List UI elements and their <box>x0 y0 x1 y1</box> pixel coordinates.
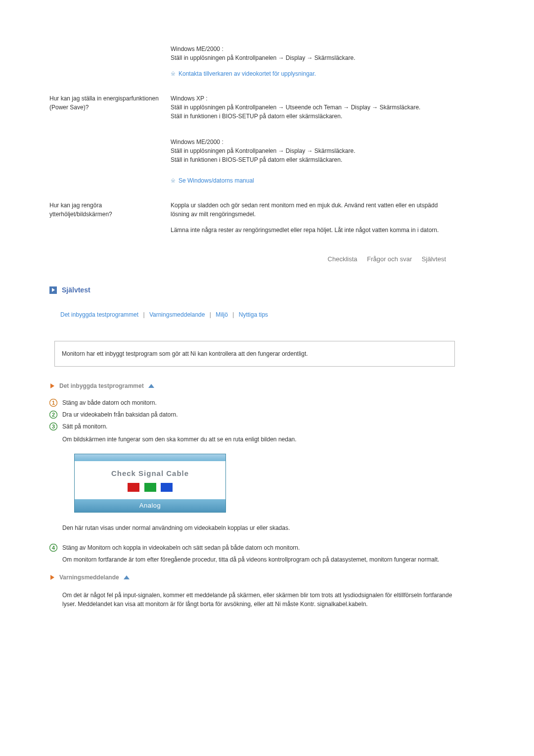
answer-line: Ställ in funktionen i BIOS-SETUP på dato… <box>171 155 455 164</box>
step-number-2-icon: 2 <box>49 411 57 419</box>
link-tips[interactable]: Nyttiga tips <box>239 311 268 318</box>
section-title: Självtest <box>62 285 90 295</box>
blue-swatch <box>161 483 173 492</box>
faq-question-power-save: Hur kan jag ställa in energisparfunktion… <box>49 94 171 185</box>
svg-text:4: 4 <box>52 545 55 551</box>
sub-heading-warning: Varningsmeddelande <box>49 573 455 582</box>
signal-title: Check Signal Cable <box>75 468 225 479</box>
sub-heading-text: Varningsmeddelande <box>59 573 119 582</box>
signal-box-body: Check Signal Cable <box>75 461 225 500</box>
up-triangle-icon[interactable] <box>148 383 155 388</box>
nav-checklist[interactable]: Checklista <box>328 255 357 263</box>
divider: | <box>143 311 144 318</box>
divider: | <box>210 311 211 318</box>
note-video-card: ※Kontakta tillverkaren av videokortet fö… <box>171 69 455 78</box>
info-box: Monitorn har ett inbyggt testprogram som… <box>54 341 455 367</box>
step-text: Stäng av Monitorn och koppla in videokab… <box>62 543 455 552</box>
step-number-4-icon: 4 <box>49 544 57 552</box>
link-builtin-test[interactable]: Det inbyggda testprogrammet <box>60 311 138 318</box>
answer-line: Ställ in upplösningen på Kontrollpanelen… <box>171 103 455 112</box>
answer-line: Ställ in funktionen i BIOS-SETUP på dato… <box>171 112 455 121</box>
orange-arrow-icon <box>49 574 55 580</box>
answer-line: Ställ in upplösningen på Kontrollpanelen… <box>171 53 455 62</box>
up-triangle-icon[interactable] <box>123 575 130 580</box>
step-text: Sätt på monitorn. <box>62 422 455 431</box>
note-text: Se Windows/datorns manual <box>178 177 254 184</box>
svg-marker-2 <box>148 384 154 388</box>
step-4: 4 Stäng av Monitorn och koppla in videok… <box>49 543 455 552</box>
signal-mode-label: Analog <box>75 499 225 512</box>
svg-marker-0 <box>52 288 55 292</box>
step-3: 3 Sätt på monitorn. <box>49 422 455 431</box>
document-content: Windows ME/2000 : Ställ in upplösningen … <box>49 45 455 609</box>
steps-list: 1 Stäng av både datorn och monitorn. 2 D… <box>49 398 455 564</box>
step-2: 2 Dra ur videokabeln från baksidan på da… <box>49 410 455 419</box>
answer-line: Koppla ur sladden och gör sedan rent mon… <box>171 201 455 219</box>
warning-text: Om det är något fel på input-signalen, k… <box>62 591 455 609</box>
answer-line: Windows XP : <box>171 94 455 103</box>
step-text: Stäng av både datorn och monitorn. <box>62 398 455 407</box>
asterisk-icon: ※ <box>171 70 176 77</box>
answer-line: Windows ME/2000 : <box>171 45 455 53</box>
answer-line: Lämna inte några rester av rengöringsmed… <box>171 226 455 235</box>
divider: | <box>232 311 234 318</box>
note-text: Kontakta tillverkaren av videokortet för… <box>178 70 316 77</box>
orange-arrow-icon <box>49 383 55 389</box>
green-swatch <box>144 483 156 492</box>
svg-marker-12 <box>124 575 130 579</box>
nav-faq[interactable]: Frågor och svar <box>367 255 412 263</box>
link-warning[interactable]: Varningsmeddelande <box>149 311 205 318</box>
svg-marker-1 <box>50 383 54 388</box>
svg-text:2: 2 <box>52 412 55 418</box>
answer-line: Windows ME/2000 : <box>171 138 455 146</box>
answer-line: Ställ in upplösningen på Kontrollpanelen… <box>171 146 455 155</box>
svg-text:1: 1 <box>52 400 55 406</box>
step-number-3-icon: 3 <box>49 423 57 430</box>
red-swatch <box>128 483 139 492</box>
faq-question-clean: Hur kan jag rengöra ytterhöljet/bildskär… <box>49 201 171 235</box>
faq-table: Windows ME/2000 : Ställ in upplösningen … <box>49 45 455 235</box>
step-number-1-icon: 1 <box>49 399 57 407</box>
arrow-bullet-icon <box>49 286 57 294</box>
signal-box-wrap: Check Signal Cable Analog <box>74 454 455 513</box>
below-box-text: Den här rutan visas under normal användn… <box>62 523 455 532</box>
rgb-row <box>75 483 225 494</box>
link-env[interactable]: Miljö <box>216 311 228 318</box>
check-signal-cable-box: Check Signal Cable Analog <box>74 454 226 513</box>
step-3-para: Om bildskärmen inte fungerar som den ska… <box>62 435 455 444</box>
step-4-para: Om monitorn fortfarande är tom efter för… <box>62 555 455 564</box>
signal-box-top-bar <box>75 454 225 461</box>
asterisk-icon: ※ <box>171 177 176 184</box>
sub-heading-builtin: Det inbyggda testprogrammet <box>49 381 455 390</box>
step-text: Dra ur videokabeln från baksidan på dato… <box>62 410 455 419</box>
note-manual: ※Se Windows/datorns manual <box>171 176 455 185</box>
nav-selftest[interactable]: Självtest <box>422 255 446 263</box>
inline-nav: Checklista Frågor och svar Självtest <box>49 254 455 264</box>
section-heading-selftest: Självtest <box>49 285 455 295</box>
info-box-text: Monitorn har ett inbyggt testprogram som… <box>62 350 308 357</box>
step-1: 1 Stäng av både datorn och monitorn. <box>49 398 455 407</box>
svg-text:3: 3 <box>52 424 55 429</box>
anchor-links: Det inbyggda testprogrammet | Varningsme… <box>60 310 455 319</box>
sub-heading-text: Det inbyggda testprogrammet <box>59 381 144 390</box>
svg-marker-11 <box>50 575 54 580</box>
